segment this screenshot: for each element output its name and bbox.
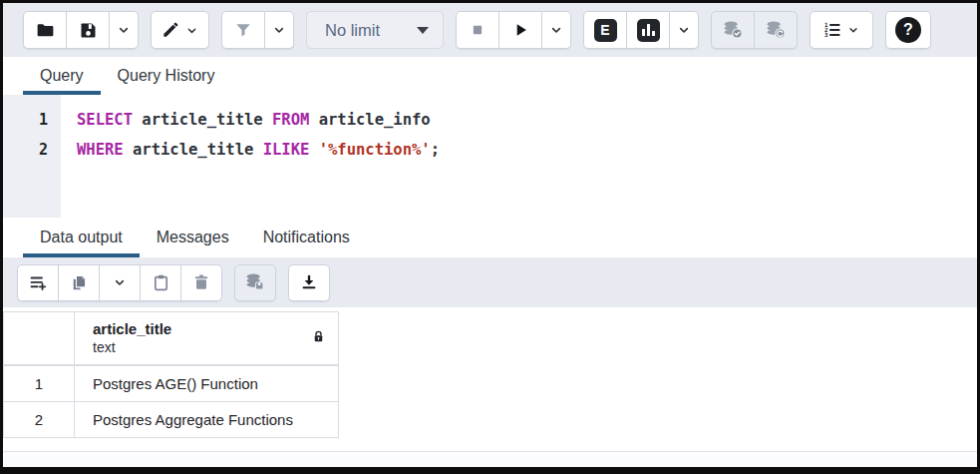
download-csv-button[interactable]	[288, 264, 330, 301]
query-tab-bar: QueryQuery History	[3, 57, 977, 95]
copy-button[interactable]	[58, 264, 100, 301]
tab-notifications[interactable]: Notifications	[246, 218, 367, 257]
download-button-group	[288, 264, 330, 301]
filter-button-group	[221, 11, 294, 49]
results-toolbar	[3, 257, 977, 307]
help-icon: ?	[895, 17, 921, 43]
folder-icon	[35, 20, 56, 41]
column-name: article_title	[93, 320, 171, 339]
chevron-down-icon	[112, 274, 128, 290]
save-icon	[78, 20, 99, 41]
tab-query[interactable]: Query	[23, 57, 101, 95]
caret-down-icon	[417, 27, 429, 34]
tab-query-history[interactable]: Query History	[101, 57, 232, 95]
play-icon	[510, 20, 530, 40]
status-strip	[3, 451, 977, 467]
line-number: 2	[3, 135, 61, 165]
output-tab-bar: Data outputMessagesNotifications	[3, 218, 977, 257]
article-title-cell[interactable]: Postgres AGE() Function	[74, 365, 339, 402]
trash-icon	[191, 272, 211, 292]
row-number-cell[interactable]: 1	[3, 365, 75, 402]
paste-button[interactable]	[140, 264, 181, 301]
save-button[interactable]	[66, 11, 110, 49]
table-row: 2Postgres Aggregate Functions	[3, 402, 339, 438]
data-output-panel: article_title text 1Postgres AGE() Funct…	[3, 307, 977, 451]
open-file-button[interactable]	[23, 11, 67, 49]
row-number-header-cell[interactable]	[3, 311, 75, 365]
add-row-button[interactable]	[17, 264, 59, 301]
explain-analyze-icon	[637, 19, 660, 42]
commit-db-check-icon	[722, 19, 744, 41]
code-line: SELECT article_title FROM article_info	[77, 105, 977, 135]
download-icon	[299, 272, 319, 292]
add-row-icon	[28, 272, 49, 293]
stop-icon	[468, 20, 488, 40]
macro-button-group: 123	[810, 11, 873, 49]
edit-pencil-icon	[161, 20, 180, 40]
editor-line-numbers: 12	[3, 95, 61, 218]
chevron-down-icon	[676, 22, 692, 38]
editor-code-area[interactable]: SELECT article_title FROM article_infoWH…	[61, 95, 977, 218]
svg-text:3: 3	[824, 32, 828, 38]
explain-button-group: E	[583, 11, 699, 49]
code-line: WHERE article_title ILIKE '%function%';	[77, 135, 977, 165]
save-data-icon	[244, 271, 266, 293]
stop-button[interactable]	[456, 11, 499, 49]
execute-dropdown-button[interactable]	[541, 11, 571, 49]
sql-editor[interactable]: 12 SELECT article_title FROM article_inf…	[3, 95, 977, 218]
copy-dropdown-button[interactable]	[99, 264, 141, 301]
edit-dropdown-button[interactable]	[151, 11, 209, 49]
chevron-down-icon	[548, 22, 564, 38]
execute-button-group	[456, 11, 571, 49]
help-button-group: ?	[885, 11, 931, 49]
help-button[interactable]: ?	[885, 11, 931, 49]
chevron-down-icon	[271, 22, 287, 38]
column-header-article-title[interactable]: article_title text	[74, 311, 339, 365]
grid-header-row: article_title text	[3, 311, 339, 365]
chevron-down-icon	[116, 22, 132, 38]
macro-dropdown-button[interactable]: 123	[810, 11, 873, 49]
edit-button-group	[151, 11, 209, 49]
article-title-cell[interactable]: Postgres Aggregate Functions	[74, 401, 339, 438]
delete-row-button[interactable]	[180, 264, 222, 301]
save-data-button-group	[234, 264, 276, 301]
explain-analyze-button[interactable]	[626, 11, 670, 49]
lock-icon	[311, 329, 326, 347]
chevron-down-icon	[184, 23, 199, 38]
rollback-button[interactable]	[754, 11, 798, 49]
paste-icon	[151, 272, 171, 293]
query-toolbar: No limit E	[3, 3, 977, 57]
grid-body: 1Postgres AGE() Function2Postgres Aggreg…	[3, 365, 339, 438]
execute-button[interactable]	[498, 11, 542, 49]
row-number-cell[interactable]: 2	[3, 401, 75, 438]
table-row: 1Postgres AGE() Function	[3, 365, 339, 402]
tab-messages[interactable]: Messages	[140, 218, 246, 257]
row-limit-value: No limit	[325, 21, 380, 40]
filter-icon	[233, 20, 253, 40]
filter-button[interactable]	[221, 11, 265, 49]
explain-icon: E	[594, 19, 617, 42]
transaction-button-group	[711, 11, 798, 49]
results-grid: article_title text 1Postgres AGE() Funct…	[3, 311, 339, 438]
save-data-changes-button[interactable]	[234, 264, 276, 301]
explain-dropdown-button[interactable]	[669, 11, 699, 49]
rollback-db-undo-icon	[765, 19, 787, 41]
tab-data-output[interactable]: Data output	[23, 218, 140, 257]
filter-dropdown-button[interactable]	[264, 11, 294, 49]
save-dropdown-button[interactable]	[109, 11, 139, 49]
ordered-list-icon: 123	[822, 20, 842, 40]
line-number: 1	[3, 105, 61, 135]
query-tool-window: No limit E	[0, 0, 980, 474]
row-limit-select[interactable]: No limit	[306, 11, 444, 49]
copy-icon	[69, 272, 90, 293]
chevron-down-icon	[846, 23, 860, 37]
grid-edit-button-group	[17, 264, 222, 301]
explain-button[interactable]: E	[583, 11, 627, 49]
column-type: text	[93, 339, 171, 357]
file-button-group	[23, 11, 139, 49]
commit-button[interactable]	[711, 11, 755, 49]
